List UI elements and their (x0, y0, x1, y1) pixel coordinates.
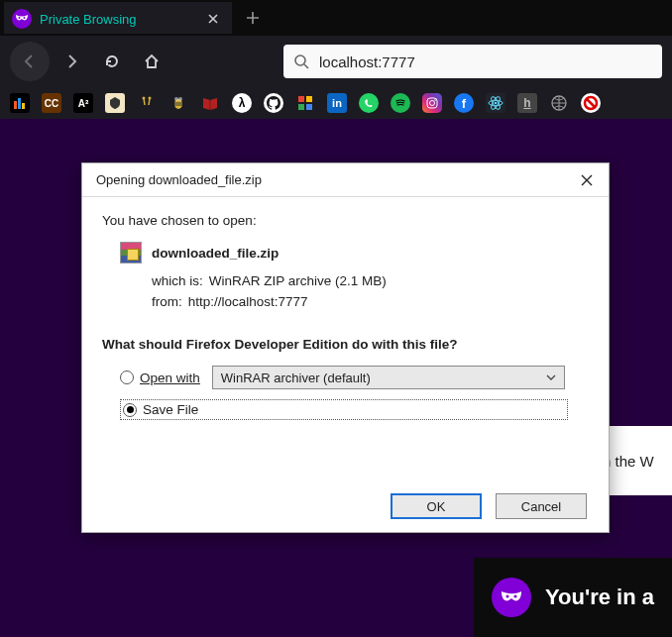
bookmark-react[interactable] (486, 93, 505, 113)
search-icon (293, 53, 309, 69)
winrar-icon (120, 242, 142, 264)
svg-rect-14 (306, 104, 312, 110)
private-card-text: n the W (603, 453, 654, 470)
bookmark-lambda[interactable]: λ (232, 93, 252, 113)
back-button[interactable] (10, 42, 50, 81)
from-row: from: http://localhost:7777 (152, 294, 589, 309)
bookmark-book[interactable] (200, 93, 220, 113)
svg-rect-12 (306, 96, 312, 102)
bookmark-bars[interactable] (10, 93, 30, 113)
open-with-row[interactable]: Open with WinRAR archiver (default) (120, 366, 589, 389)
save-file-row[interactable]: Save File (120, 399, 589, 420)
bookmark-block[interactable] (581, 93, 601, 113)
svg-rect-3 (14, 101, 17, 109)
chevron-down-icon (546, 374, 556, 380)
forward-button[interactable] (56, 45, 89, 78)
which-is-label: which is: (152, 273, 203, 288)
mask-icon (492, 578, 531, 617)
bookmark-a2[interactable]: A² (73, 93, 93, 113)
private-banner: You're in a (474, 558, 672, 637)
filename: downloaded_file.zip (152, 246, 279, 261)
bookmark-crest[interactable] (105, 93, 125, 113)
dialog-close-button[interactable] (575, 168, 599, 192)
url-text: localhost:7777 (319, 53, 415, 70)
mask-icon (12, 9, 32, 29)
svg-point-2 (295, 55, 305, 65)
svg-rect-11 (298, 96, 304, 102)
which-is-row: which is: WinRAR ZIP archive (2.1 MB) (152, 273, 589, 288)
save-file-radio[interactable] (123, 403, 137, 417)
bookmark-globe[interactable] (549, 93, 569, 113)
chosen-text: You have chosen to open: (102, 213, 589, 228)
tab-label: Private Browsing (40, 12, 137, 27)
bookmark-linkedin[interactable]: in (327, 93, 347, 113)
svg-point-24 (505, 594, 508, 597)
bookmark-google[interactable] (295, 93, 315, 113)
open-with-select[interactable]: WinRAR archiver (default) (212, 366, 565, 389)
svg-point-6 (143, 97, 146, 100)
svg-point-17 (434, 99, 436, 101)
which-is-value: WinRAR ZIP archive (2.1 MB) (209, 273, 387, 288)
bookmark-cc[interactable]: CC (42, 93, 61, 113)
bookmark-instagram[interactable] (422, 93, 442, 113)
home-button[interactable] (135, 45, 168, 78)
save-file-label: Save File (143, 402, 198, 417)
cancel-button[interactable]: Cancel (496, 493, 587, 519)
svg-point-1 (24, 17, 26, 19)
svg-point-0 (19, 17, 21, 19)
svg-rect-4 (18, 98, 21, 109)
dialog-title: Opening downloaded_file.zip (96, 172, 262, 187)
open-with-label: Open with (140, 371, 200, 385)
file-row: downloaded_file.zip (120, 242, 589, 264)
bookmarks-bar: CC A² λ in f h (0, 87, 672, 119)
open-with-radio[interactable] (120, 371, 134, 384)
open-with-value: WinRAR archiver (default) (221, 371, 371, 385)
dialog-footer: OK Cancel (82, 480, 609, 532)
dialog-titlebar: Opening downloaded_file.zip (82, 163, 609, 197)
bookmark-h[interactable]: h (517, 93, 537, 113)
svg-point-16 (430, 101, 435, 106)
from-value: http://localhost:7777 (188, 294, 308, 309)
private-banner-text: You're in a (545, 584, 654, 610)
reload-button[interactable] (95, 45, 129, 78)
ok-button[interactable]: OK (391, 493, 482, 519)
new-tab-button[interactable] (238, 3, 268, 33)
tab-private[interactable]: Private Browsing (4, 2, 232, 34)
from-label: from: (152, 294, 182, 309)
nav-toolbar: localhost:7777 (0, 36, 672, 87)
svg-point-21 (495, 102, 498, 105)
svg-point-25 (513, 594, 516, 597)
bookmark-facebook[interactable]: f (454, 93, 474, 113)
download-dialog: Opening downloaded_file.zip You have cho… (81, 162, 610, 533)
bookmark-bee[interactable] (168, 93, 188, 113)
svg-rect-13 (298, 104, 304, 110)
svg-point-9 (174, 97, 178, 101)
url-bar[interactable]: localhost:7777 (283, 45, 662, 78)
dialog-body: You have chosen to open: downloaded_file… (82, 197, 609, 480)
bookmark-cheers[interactable] (137, 93, 157, 113)
bookmark-spotify[interactable] (391, 93, 410, 113)
svg-point-10 (178, 97, 182, 101)
svg-rect-5 (22, 103, 25, 109)
question-text: What should Firefox Developer Edition do… (102, 337, 589, 352)
svg-point-7 (149, 97, 152, 100)
bookmark-github[interactable] (264, 93, 283, 113)
tab-close-button[interactable] (204, 10, 222, 28)
bookmark-whatsapp[interactable] (359, 93, 379, 113)
tab-strip: Private Browsing (0, 0, 672, 36)
